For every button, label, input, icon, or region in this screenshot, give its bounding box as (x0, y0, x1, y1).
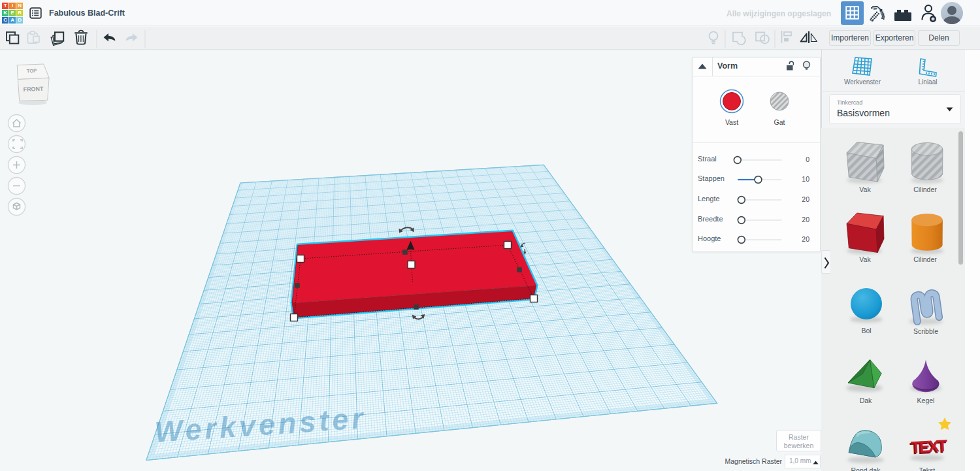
svg-text:Cilinder: Cilinder (913, 186, 937, 193)
svg-text:Bol: Bol (861, 327, 871, 334)
svg-text:Cilinder: Cilinder (913, 255, 937, 263)
svg-text:Rond dak: Rond dak (851, 466, 881, 471)
svg-text:FRONT: FRONT (23, 86, 44, 93)
svg-text:Vak: Vak (859, 186, 871, 193)
svg-text:Dak: Dak (860, 397, 872, 404)
svg-text:Gat: Gat (774, 118, 785, 126)
svg-text:Vast: Vast (725, 118, 738, 126)
svg-text:Vak: Vak (859, 255, 871, 263)
svg-text:TEXT: TEXT (911, 436, 948, 457)
svg-text:TOP: TOP (27, 68, 37, 74)
svg-text:Kegel: Kegel (917, 397, 935, 404)
svg-text:Tekst: Tekst (919, 466, 936, 471)
svg-text:Scribble: Scribble (913, 327, 938, 335)
